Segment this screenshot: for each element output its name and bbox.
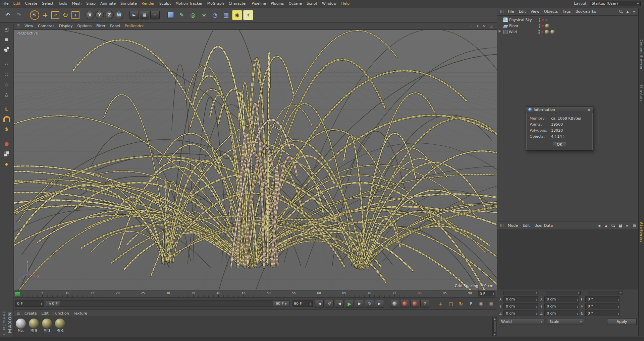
texture-tag-icon[interactable] xyxy=(550,30,555,34)
viewport-menu-item-display[interactable]: Display xyxy=(57,22,75,29)
object-manager-menu-item-file[interactable]: File xyxy=(505,8,516,15)
z-axis-lock-icon[interactable]: Z xyxy=(105,11,114,19)
attribute-manager-menu-item-mode[interactable]: Mode xyxy=(505,222,520,229)
coord-input[interactable]: 0 cm▴▾ xyxy=(544,311,579,316)
toggle-view-icon[interactable]: ◳ xyxy=(488,23,494,28)
menubar-item-sculpt[interactable]: Sculpt xyxy=(157,0,173,7)
close-icon[interactable]: × xyxy=(587,108,591,112)
undo-icon[interactable]: ↶ xyxy=(3,10,13,20)
texture-tag-icon[interactable] xyxy=(545,30,549,34)
size-mode-dropdown[interactable]: Scale ▾ xyxy=(547,319,584,325)
floor-objects-icon[interactable]: ▦ xyxy=(221,10,231,20)
material-item[interactable]: Mf G xyxy=(55,319,65,332)
object-manager-menu-item-objects[interactable]: Objects xyxy=(542,8,560,15)
viewport-menu-item-view[interactable]: View xyxy=(22,22,36,29)
deformer-icon[interactable]: ◔ xyxy=(210,10,220,20)
coord-input[interactable]: 0 cm▴▾ xyxy=(503,303,538,309)
goto-start-button[interactable]: |◀ xyxy=(315,300,324,308)
previous-key-button[interactable]: ↺ xyxy=(325,300,334,308)
menubar-item-tools[interactable]: Tools xyxy=(56,0,69,7)
menubar-item-mesh[interactable]: Mesh xyxy=(69,0,84,7)
viewport-menu-item-prorender[interactable]: ProRender xyxy=(122,22,146,29)
spinner-icon[interactable]: ▴▾ xyxy=(41,302,42,305)
texture-mode-icon[interactable] xyxy=(2,45,11,54)
materials-menu-item-create[interactable]: Create xyxy=(22,310,39,317)
menubar-item-mograph[interactable]: MoGraph xyxy=(205,0,226,7)
primitive-cube-icon[interactable] xyxy=(166,10,176,20)
viewport-menu-item-cameras[interactable]: Cameras xyxy=(36,22,57,29)
menubar-item-help[interactable]: Help xyxy=(339,0,352,7)
spinner-icon[interactable]: ▴▾ xyxy=(493,292,494,295)
render-state-icon[interactable] xyxy=(541,31,543,33)
menubar-item-octane[interactable]: Octane xyxy=(286,0,304,7)
layout-panel-button[interactable]: ▤ xyxy=(486,300,495,308)
current-frame-marker[interactable] xyxy=(15,291,20,296)
record-pla-toggle[interactable]: ▦ xyxy=(476,300,485,308)
visibility-dots[interactable] xyxy=(538,30,540,34)
next-key-button[interactable]: ↻ xyxy=(365,300,374,308)
viewport-canvas[interactable]: YXZ Perspective Grid Spacing : 10 cm xyxy=(14,30,497,290)
autokeying-button[interactable] xyxy=(400,300,409,308)
visibility-dots[interactable] xyxy=(539,18,540,22)
menubar-item-edit[interactable]: Edit xyxy=(11,0,22,7)
end-frame-field[interactable]: 90 F ▴▾ xyxy=(292,300,313,307)
render-state-icon[interactable] xyxy=(542,19,544,21)
menubar-item-create[interactable]: Create xyxy=(23,0,40,7)
goto-end-button[interactable]: ▶| xyxy=(375,300,384,308)
coord-input[interactable]: 0 °▴▾ xyxy=(585,311,620,316)
camera-icon[interactable]: ◉ xyxy=(232,10,242,20)
ok-button[interactable]: OK xyxy=(553,142,566,147)
next-frame-button[interactable]: ▶ xyxy=(355,300,364,308)
scroll-down-icon[interactable]: ▼ xyxy=(494,333,495,336)
viewport-menu-item-options[interactable]: Options xyxy=(75,22,94,29)
record-rotation-toggle[interactable]: ↻ xyxy=(456,300,465,308)
panel-grip-icon[interactable] xyxy=(500,224,504,227)
apply-button[interactable]: Apply xyxy=(607,319,637,325)
materials-menu-item-texture[interactable]: Texture xyxy=(71,310,90,317)
coord-input[interactable]: 0 cm▴▾ xyxy=(503,296,538,302)
menubar-item-window[interactable]: Window xyxy=(320,0,339,7)
attribute-manager-menu-item-edit[interactable]: Edit xyxy=(520,222,532,229)
attribute-manager-menu-item-user-data[interactable]: User Data xyxy=(532,222,555,229)
menubar-item-character[interactable]: Character xyxy=(226,0,249,7)
current-frame-field[interactable]: 0 F ▴▾ xyxy=(15,300,44,307)
viewport-menu-item-filter[interactable]: Filter xyxy=(94,22,108,29)
side-tab-content-browser[interactable]: Content Browser xyxy=(640,40,643,70)
workplane-mode-icon[interactable]: ▱ xyxy=(2,60,11,68)
y-axis-lock-icon[interactable]: Y xyxy=(95,11,104,19)
menubar-item-snap[interactable]: Snap xyxy=(84,0,98,7)
previous-frame-button[interactable]: ◀ xyxy=(335,300,344,308)
pan-view-icon[interactable]: + xyxy=(468,23,474,28)
spinner-icon[interactable]: ▴▾ xyxy=(618,312,619,315)
menubar-item-select[interactable]: Select xyxy=(40,0,56,7)
material-scrollbar[interactable]: ▲ ▼ xyxy=(492,317,497,336)
record-parameter-toggle[interactable]: P xyxy=(466,300,475,308)
spinner-icon[interactable]: ▴▾ xyxy=(536,298,537,301)
menubar-item-file[interactable]: File xyxy=(0,0,11,7)
points-mode-icon[interactable]: :: xyxy=(2,70,11,78)
generator-icon[interactable]: ∗ xyxy=(199,10,209,20)
side-tab-attributes[interactable]: Attributes xyxy=(640,222,643,243)
rotate-view-icon[interactable]: ↻ xyxy=(482,23,487,28)
timeline-range-slider[interactable]: ◀ 0 F 90 F ▶ xyxy=(46,300,290,307)
snap-magnet-icon[interactable] xyxy=(2,115,11,123)
redo-icon[interactable]: ↷ xyxy=(14,10,24,20)
menubar-item-motion-tracker[interactable]: Motion Tracker xyxy=(173,0,205,7)
menubar-item-render[interactable]: Render xyxy=(139,0,157,7)
lock-icon[interactable] xyxy=(618,223,623,228)
menubar-item-simulate[interactable]: Simulate xyxy=(118,0,139,7)
side-tab-structure[interactable]: Structure xyxy=(640,85,643,102)
spinner-icon[interactable]: ▴▾ xyxy=(310,302,311,305)
x-axis-lock-icon[interactable]: X xyxy=(86,11,94,19)
snap-settings-icon[interactable]: ◆ xyxy=(2,159,11,168)
viewport-menu-item-panel[interactable]: Panel xyxy=(108,22,122,29)
spinner-icon[interactable]: ▴▾ xyxy=(618,305,619,308)
object-row-physical-sky[interactable]: Physical Sky✓ xyxy=(497,17,638,23)
enable-axis-icon[interactable]: $ xyxy=(2,125,11,133)
spinner-icon[interactable]: ▴▾ xyxy=(577,298,578,301)
search-icon[interactable] xyxy=(610,223,616,228)
coord-input[interactable]: 0 °▴▾ xyxy=(585,303,620,309)
spinner-icon[interactable]: ▴▾ xyxy=(536,312,537,315)
move-icon[interactable]: + xyxy=(40,10,50,20)
edges-mode-icon[interactable]: ◇ xyxy=(2,80,11,88)
